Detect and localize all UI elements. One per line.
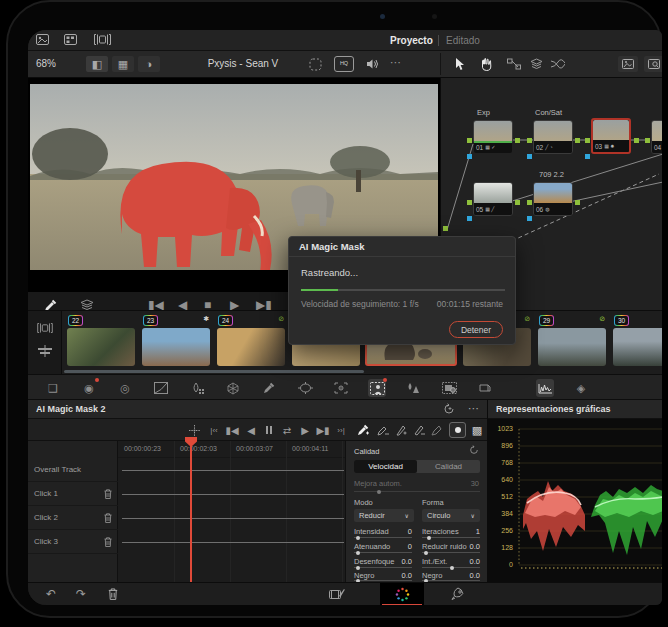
single-viewer-icon[interactable]: ◧ <box>86 56 108 72</box>
graph-source-square[interactable] <box>443 226 448 231</box>
node-output-square[interactable] <box>575 138 580 143</box>
brush-add-icon[interactable] <box>393 422 409 438</box>
stroke-add-icon[interactable] <box>355 422 371 438</box>
clip-strip-scrollbar[interactable] <box>64 370 364 373</box>
track-to-start-icon[interactable]: |‹‹ <box>206 422 222 438</box>
timeline-ruler[interactable]: 00:00:00:23 00:00:02:03 00:00:03:07 00:0… <box>118 441 345 458</box>
node-04[interactable]: 04▦ ◔ <box>651 120 662 154</box>
panel-menu-icon[interactable]: ⋯ <box>468 403 479 414</box>
gallery-grid-icon[interactable] <box>64 34 77 45</box>
node-02[interactable]: 02╱ ◔ <box>533 120 573 154</box>
clip-name-dropdown[interactable]: Pxysis - Sean V <box>178 58 308 69</box>
pause-button[interactable] <box>261 422 277 438</box>
color-wheels-icon[interactable]: ◉ <box>80 379 98 397</box>
reset-icon[interactable] <box>469 445 479 455</box>
layers-stack-icon[interactable] <box>528 56 544 72</box>
speaker-icon[interactable] <box>364 56 380 72</box>
keyframes-icon[interactable]: ◈ <box>572 379 590 397</box>
undo-button[interactable]: ↶ <box>42 586 60 602</box>
split-viewer-icon[interactable]: ◑ <box>138 56 160 72</box>
stop-tracking-button[interactable]: Detener <box>449 321 503 338</box>
clip-cell[interactable]: 24 ⊘ <box>215 311 290 375</box>
brush-subtract-icon[interactable] <box>411 422 427 438</box>
slider-track[interactable] <box>354 491 480 492</box>
node-input-square[interactable] <box>467 138 472 143</box>
reset-icon[interactable] <box>443 403 455 415</box>
node-output-square[interactable] <box>634 138 639 143</box>
track-row[interactable]: Click 3 <box>28 530 118 554</box>
clip-cell[interactable]: 30 <box>611 311 662 375</box>
tracker-icon[interactable] <box>332 379 350 397</box>
trash-icon[interactable] <box>104 513 112 523</box>
node-03-selected[interactable]: 03▦ ✸ <box>591 118 631 154</box>
stroke-subtract-icon[interactable] <box>375 422 391 438</box>
curves-icon[interactable] <box>152 379 170 397</box>
trash-icon[interactable] <box>104 489 112 499</box>
segment-velocidad[interactable]: Velocidad <box>354 460 417 473</box>
node-output-square[interactable] <box>515 200 520 205</box>
track-row[interactable]: Click 2 <box>28 506 118 530</box>
playhead[interactable] <box>190 441 192 582</box>
track-row[interactable]: Overall Track <box>28 458 118 482</box>
node-key-square[interactable] <box>467 216 472 221</box>
track-row[interactable]: Click 1 <box>28 482 118 506</box>
timeline-view-icon[interactable] <box>37 345 53 357</box>
tab-project[interactable]: Proyecto <box>390 35 433 46</box>
trash-button[interactable] <box>104 586 122 602</box>
slider-track[interactable] <box>422 567 480 568</box>
color-page-button[interactable] <box>380 583 424 605</box>
node-output-square[interactable] <box>575 200 580 205</box>
hq-proxy-icon[interactable]: HQ <box>334 56 354 72</box>
deliver-page-icon[interactable] <box>448 586 466 602</box>
grid-viewer-icon[interactable]: ▦ <box>112 56 134 72</box>
power-window-icon[interactable] <box>296 379 314 397</box>
slider-track[interactable] <box>354 567 412 568</box>
skip-start-button[interactable]: ▮◀ <box>224 422 240 438</box>
hand-tool-icon[interactable] <box>478 56 494 72</box>
clip-cell[interactable]: 23 ✱ <box>140 311 215 375</box>
node-input-square[interactable] <box>527 200 532 205</box>
blur-tool-icon[interactable] <box>404 379 422 397</box>
hdr-wheels-icon[interactable]: ◎ <box>116 379 134 397</box>
node-key-square[interactable] <box>585 154 590 159</box>
segment-calidad[interactable]: Calidad <box>417 460 480 473</box>
matte-view-icon[interactable]: ▩ <box>469 422 485 438</box>
mode-dropdown[interactable]: Reducir∨ <box>354 509 414 522</box>
node-output-square[interactable] <box>515 138 520 143</box>
track-to-end-icon[interactable]: ››| <box>333 422 349 438</box>
slider-track[interactable] <box>354 537 412 538</box>
trash-icon[interactable] <box>104 537 112 547</box>
mask-overlay-toggle[interactable] <box>449 422 466 438</box>
node-input-square[interactable] <box>585 138 590 143</box>
key-tool-icon[interactable] <box>440 379 458 397</box>
node-key-square[interactable] <box>467 154 472 159</box>
node-input-square[interactable] <box>645 138 650 143</box>
node-connect-icon[interactable] <box>506 56 522 72</box>
track-direction-icon[interactable]: ⇄ <box>279 422 295 438</box>
lut-browser-icon[interactable] <box>644 56 662 72</box>
play-reverse-button[interactable]: ◀ <box>243 422 259 438</box>
cut-page-icon[interactable] <box>328 586 346 602</box>
zoom-level-select[interactable]: 68% <box>36 58 56 69</box>
slider-track[interactable] <box>354 552 412 553</box>
eraser-icon[interactable] <box>429 422 445 438</box>
picker-tool-icon[interactable] <box>260 379 278 397</box>
tab-edited[interactable]: Editado <box>446 35 480 46</box>
node-key-square[interactable] <box>527 154 532 159</box>
magic-mask-tool-icon[interactable] <box>368 379 386 397</box>
clip-cell[interactable]: 22 <box>65 311 140 375</box>
play-button[interactable]: ▶ <box>297 422 313 438</box>
clip-cell[interactable]: 29 ⊘ <box>536 311 611 375</box>
node-06[interactable]: 06◍ <box>533 182 573 216</box>
node-input-square[interactable] <box>527 138 532 143</box>
node-05[interactable]: 05▦ ╱ <box>473 182 513 216</box>
node-01[interactable]: 01▦ ✓ <box>473 120 513 144</box>
ai-magic-mask-dialog[interactable]: AI Magic Mask Rastreando... Velocidad de… <box>288 236 516 345</box>
viewer-options-menu-icon[interactable]: ⋯ <box>390 57 401 68</box>
waveform-scope[interactable]: 1023 896 768 640 512 384 256 128 0 <box>488 419 662 582</box>
node-input-square[interactable] <box>467 200 472 205</box>
pointer-tool-icon[interactable] <box>452 56 468 72</box>
speed-quality-segmented[interactable]: Velocidad Calidad <box>354 460 480 473</box>
clips-strip-icon[interactable] <box>94 34 111 45</box>
bypass-grades-icon[interactable] <box>306 56 324 72</box>
